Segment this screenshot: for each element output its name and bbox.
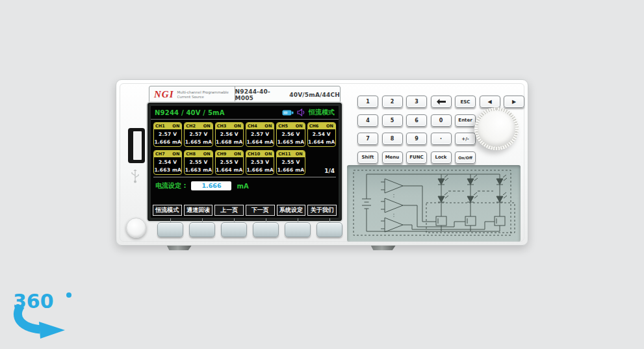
- key-1[interactable]: 1: [357, 96, 378, 108]
- key-8[interactable]: 8: [382, 133, 403, 145]
- key-9[interactable]: 9: [406, 133, 427, 145]
- softkey-1[interactable]: [157, 222, 183, 237]
- channel-cell: CH8ON2.55 V1.663 mA: [184, 150, 213, 175]
- channel-voltage: 2.53 V: [246, 159, 274, 165]
- current-setting-value-box[interactable]: 1.666: [191, 181, 231, 190]
- channel-voltage: 2.56 V: [216, 131, 243, 137]
- channel-state: ON: [296, 123, 303, 129]
- channel-current: 1.665 mA: [277, 139, 304, 145]
- channel-current: 1.664 mA: [308, 139, 335, 145]
- backspace-arrow-icon: [437, 99, 446, 105]
- current-setting-label: 电流设定 :: [155, 181, 186, 190]
- ngi-logo: NGI: [149, 89, 177, 100]
- circuit-diagram: [347, 165, 521, 242]
- current-setting-row: 电流设定 : 1.666 mA: [155, 181, 249, 190]
- page-indicator: 1/4: [307, 150, 336, 175]
- channel-cell: CH9ON2.55 V1.664 mA: [215, 150, 244, 175]
- softkey-2[interactable]: [189, 222, 215, 237]
- logo-360-arrow-icon: [10, 304, 73, 341]
- menu-item-2[interactable]: 通道回读: [184, 205, 213, 216]
- menu-item-1[interactable]: 恒流模式: [153, 205, 182, 216]
- channel-voltage: 2.57 V: [246, 131, 274, 137]
- key-backspace[interactable]: [431, 96, 452, 108]
- channel-cell: CH6ON2.54 V1.664 mA: [307, 122, 336, 147]
- channel-voltage: 2.56 V: [277, 131, 304, 137]
- menu-item-6[interactable]: 关于我们: [307, 205, 337, 216]
- channel-current: 1.664 mA: [246, 139, 274, 145]
- channel-cell: CH3ON2.56 V1.668 mA: [215, 122, 244, 147]
- channel-cell: CH1ON2.57 V1.666 mA: [153, 122, 182, 147]
- channel-state: ON: [264, 151, 272, 157]
- screen-header: N9244 / 40V / 5mA 恒流模式: [151, 106, 339, 120]
- key-3[interactable]: 3: [406, 96, 427, 108]
- key-plusminus[interactable]: +/-: [455, 133, 476, 145]
- key-lock[interactable]: Lock: [431, 151, 452, 164]
- channel-state: ON: [172, 151, 179, 157]
- screen-bezel: N9244 / 40V / 5mA 恒流模式 CH1ON2.57 V1.666 …: [148, 103, 342, 221]
- channel-cell: CH2ON2.57 V1.665 mA: [184, 122, 213, 147]
- softkey-6[interactable]: [316, 222, 342, 237]
- channel-voltage: 2.57 V: [154, 131, 181, 137]
- schematic-panel: [347, 165, 521, 242]
- channel-state: ON: [264, 123, 272, 129]
- channel-current: 1.666 mA: [154, 139, 181, 145]
- key-5[interactable]: 5: [382, 114, 403, 127]
- key-2[interactable]: 2: [382, 96, 403, 108]
- channel-current: 1.668 mA: [216, 139, 243, 145]
- channel-name: CH6: [309, 123, 319, 129]
- key-func[interactable]: FUNC: [406, 151, 427, 164]
- softkey-5[interactable]: [285, 222, 311, 237]
- channel-name: CH2: [186, 123, 196, 129]
- menu-item-3[interactable]: 上一页: [214, 205, 244, 216]
- channel-current: 1.665 mA: [185, 139, 212, 145]
- key-7[interactable]: 7: [357, 133, 378, 145]
- menu-item-5[interactable]: 系统设定: [277, 205, 306, 216]
- instrument-front-panel: NGI Multi-channel Programmable Current S…: [116, 79, 528, 246]
- channel-grid: CH1ON2.57 V1.666 mACH2ON2.57 V1.665 mACH…: [153, 122, 336, 175]
- key-onoff[interactable]: On/Off: [455, 151, 476, 164]
- channel-name: CH4: [248, 123, 257, 129]
- channel-cell: CH4ON2.57 V1.664 mA: [246, 122, 274, 147]
- key-dot[interactable]: ·: [431, 133, 452, 145]
- channel-state: ON: [234, 123, 241, 129]
- key-right[interactable]: ▶: [504, 96, 524, 108]
- channel-state: ON: [203, 123, 211, 129]
- softkey-4[interactable]: [253, 222, 279, 237]
- channel-state: ON: [203, 151, 211, 157]
- key-shift[interactable]: Shift: [357, 151, 378, 164]
- key-menu[interactable]: Menu: [382, 151, 403, 164]
- screen-divider: [153, 177, 336, 177]
- key-6[interactable]: 6: [406, 114, 427, 127]
- channel-cell: CH5ON2.56 V1.665 mA: [276, 122, 305, 147]
- channel-name: CH3: [217, 123, 227, 129]
- channel-name: CH8: [186, 151, 196, 157]
- current-setting-unit: mA: [237, 183, 248, 190]
- rotary-knob[interactable]: [474, 107, 519, 150]
- brand-plate: NGI Multi-channel Programmable Current S…: [149, 86, 341, 103]
- usb-trident-icon: [131, 170, 140, 184]
- channel-cell: CH10ON2.53 V1.666 mA: [246, 150, 274, 175]
- channel-voltage: 2.55 V: [277, 159, 304, 165]
- softkey-row: [157, 222, 342, 237]
- logo-360: 360: [10, 289, 75, 339]
- softkey-3[interactable]: [221, 222, 247, 237]
- key-enter[interactable]: Enter: [455, 114, 476, 127]
- channel-name: CH5: [278, 123, 288, 129]
- speaker-icon: [297, 109, 305, 116]
- key-0[interactable]: 0: [431, 114, 452, 127]
- channel-voltage: 2.54 V: [308, 131, 335, 137]
- channel-name: CH7: [155, 151, 165, 157]
- channel-name: CH9: [217, 151, 227, 157]
- screen-title: N9244 / 40V / 5mA: [155, 109, 282, 116]
- key-4[interactable]: 4: [357, 114, 378, 127]
- logo-360-degree-dot: [66, 292, 71, 298]
- channel-voltage: 2.57 V: [185, 131, 212, 137]
- key-esc[interactable]: ESC: [455, 96, 476, 108]
- key-left[interactable]: ◀: [480, 96, 500, 108]
- channel-cell: CH11ON2.55 V1.666 mA: [276, 150, 305, 175]
- softkey-menu-bar: 恒流模式通道回读上一页下一页系统设定关于我们: [153, 205, 337, 216]
- channel-voltage: 2.55 V: [185, 159, 212, 165]
- menu-item-4[interactable]: 下一页: [246, 205, 275, 216]
- channel-state: ON: [326, 123, 333, 129]
- power-button[interactable]: [126, 218, 146, 238]
